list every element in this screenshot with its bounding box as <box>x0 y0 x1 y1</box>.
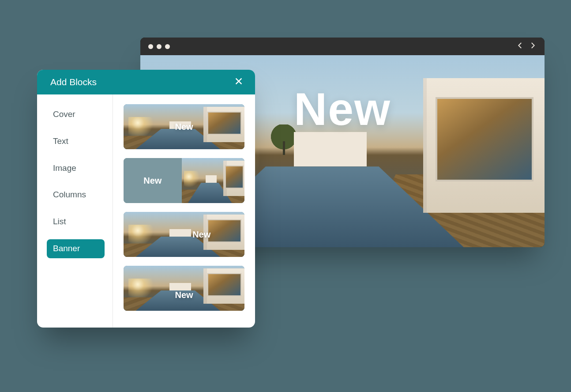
banner-template-right[interactable]: New <box>124 212 244 257</box>
chevron-left-icon <box>516 41 524 49</box>
close-button[interactable] <box>234 76 244 88</box>
category-banner[interactable]: Banner <box>47 239 105 258</box>
preview-heading: New <box>175 290 193 300</box>
banner-template-center[interactable]: New <box>124 104 244 149</box>
preview-heading: New <box>192 230 210 240</box>
banner-template-split[interactable]: New <box>124 158 244 203</box>
panel-header: Add Blocks <box>37 70 255 94</box>
hero-heading: New <box>294 83 391 135</box>
add-blocks-panel: Add Blocks Cover Text Image Columns List… <box>37 70 255 328</box>
preview-image <box>182 158 244 203</box>
chevron-right-icon <box>529 41 537 49</box>
category-image[interactable]: Image <box>47 159 105 178</box>
category-label: List <box>53 217 66 226</box>
block-category-list: Cover Text Image Columns List Banner <box>37 94 113 328</box>
close-icon <box>234 76 244 86</box>
browser-titlebar <box>140 38 545 55</box>
category-columns[interactable]: Columns <box>47 185 105 204</box>
window-dot-icon <box>157 44 162 49</box>
category-label: Text <box>53 136 68 146</box>
preview-heading: New <box>175 122 193 132</box>
window-dot-icon <box>148 44 153 49</box>
preview-heading: New <box>124 158 182 203</box>
category-cover[interactable]: Cover <box>47 105 105 124</box>
banner-template-low[interactable]: New <box>124 266 244 311</box>
window-dot-icon <box>165 44 170 49</box>
category-text[interactable]: Text <box>47 132 105 151</box>
panel-title: Add Blocks <box>50 77 97 87</box>
nav-forward-button[interactable] <box>529 41 537 51</box>
category-label: Image <box>53 163 76 173</box>
panel-body: Cover Text Image Columns List Banner New… <box>37 94 255 328</box>
category-list[interactable]: List <box>47 212 105 231</box>
block-preview-list: New New New New <box>113 94 255 328</box>
category-label: Cover <box>53 109 75 119</box>
window-controls <box>148 44 170 49</box>
category-label: Columns <box>53 190 86 199</box>
browser-nav-arrows <box>516 41 537 51</box>
nav-back-button[interactable] <box>516 41 524 51</box>
preview-image <box>124 266 244 311</box>
category-label: Banner <box>53 244 80 253</box>
preview-image <box>124 212 244 257</box>
